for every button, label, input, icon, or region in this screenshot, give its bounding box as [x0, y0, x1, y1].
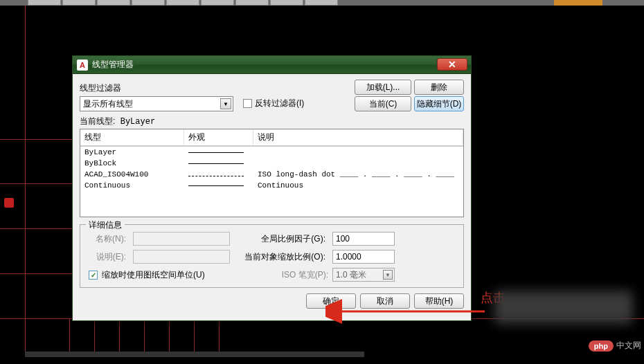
name-input: [133, 232, 230, 246]
top-right-fragment: [554, 0, 602, 6]
row-appearance: [184, 170, 253, 179]
linetype-list[interactable]: 线型 外观 说明 ByLayerByBlockACAD_ISO04W100ISO…: [80, 129, 464, 217]
grid-line: [0, 139, 72, 140]
row-description: ISO long-dash dot ____ . ____ . ____ . _…: [253, 170, 463, 179]
list-row[interactable]: ContinuousContinuous: [80, 180, 463, 191]
app-icon: A: [77, 60, 88, 71]
close-icon: ✕: [448, 59, 456, 70]
column-header-appearance[interactable]: 外观: [184, 129, 253, 146]
grid-line: [0, 183, 72, 184]
row-appearance: [184, 159, 253, 167]
global-scale-label: 全局比例因子(G):: [237, 233, 325, 245]
delete-button[interactable]: 删除: [414, 80, 464, 95]
chevron-down-icon: ▼: [220, 98, 231, 109]
column-header-type[interactable]: 线型: [80, 129, 184, 146]
desc-label: 说明(E):: [86, 251, 126, 263]
row-type: Continuous: [80, 181, 184, 190]
left-tool-icon: [4, 198, 14, 208]
chevron-down-icon: ▼: [383, 270, 393, 280]
dialog-body: 线型过滤器 显示所有线型 ▼ 反转过滤器(I) 加载(L)... 删除 当前(C…: [73, 74, 471, 320]
grid-line: [25, 6, 26, 357]
global-scale-input[interactable]: 100: [332, 232, 395, 246]
filter-combo[interactable]: 显示所有线型 ▼: [80, 96, 233, 111]
load-button[interactable]: 加载(L)...: [355, 80, 411, 95]
invert-filter-checkbox[interactable]: [243, 99, 252, 108]
details-legend: 详细信息: [86, 219, 125, 231]
list-row[interactable]: ByBlock: [80, 158, 463, 169]
titlebar[interactable]: A 线型管理器 ✕: [73, 56, 471, 74]
iso-pen-select: 1.0 毫米 ▼: [332, 268, 395, 282]
linetype-manager-dialog: A 线型管理器 ✕ 线型过滤器 显示所有线型 ▼ 反转过滤器(I) 加载(L).…: [72, 55, 472, 321]
current-linetype-value: ByLayer: [120, 117, 155, 127]
name-label: 名称(N):: [86, 233, 126, 245]
dialog-title: 线型管理器: [92, 59, 134, 71]
row-description: Continuous: [253, 181, 463, 190]
grid-line: [0, 228, 72, 229]
current-button[interactable]: 当前(C): [355, 96, 411, 111]
row-appearance: [184, 181, 253, 190]
row-type: ByLayer: [80, 148, 184, 156]
bottom-shadow: [25, 352, 364, 357]
current-linetype-label: 当前线型:: [80, 116, 115, 126]
desc-input: [133, 250, 230, 264]
object-scale-input[interactable]: 1.0000: [332, 250, 395, 264]
help-button[interactable]: 帮助(H): [414, 293, 464, 309]
list-row[interactable]: ByLayer: [80, 147, 463, 158]
row-appearance: [184, 148, 253, 156]
row-type: ACAD_ISO04W100: [80, 170, 184, 179]
hide-details-button[interactable]: 隐藏细节(D): [414, 96, 464, 111]
paper-space-checkbox[interactable]: ✓: [89, 271, 98, 280]
column-header-description[interactable]: 说明: [253, 129, 463, 146]
list-row[interactable]: ACAD_ISO04W100ISO long-dash dot ____ . _…: [80, 169, 463, 180]
watermark-text: 中文网: [616, 340, 641, 352]
cancel-button[interactable]: 取消: [360, 293, 410, 309]
iso-pen-label: ISO 笔宽(P):: [240, 269, 328, 281]
invert-filter-label: 反转过滤器(I): [255, 98, 304, 109]
filter-value: 显示所有线型: [83, 98, 133, 110]
top-tabs-fragment: [0, 0, 338, 6]
details-group: 详细信息 名称(N): 全局比例因子(G): 100 说明(E): 当前对象缩放…: [80, 224, 464, 288]
php-badge: php: [589, 340, 614, 352]
object-scale-label: 当前对象缩放比例(O):: [237, 251, 325, 263]
blurred-region: [494, 291, 633, 324]
paper-space-label: 缩放时使用图纸空间单位(U): [102, 269, 205, 281]
filter-label: 线型过滤器: [80, 82, 233, 94]
ok-button[interactable]: 确定: [306, 293, 356, 309]
watermark: php 中文网: [589, 340, 641, 352]
close-button[interactable]: ✕: [437, 58, 467, 71]
row-type: ByBlock: [80, 159, 184, 167]
